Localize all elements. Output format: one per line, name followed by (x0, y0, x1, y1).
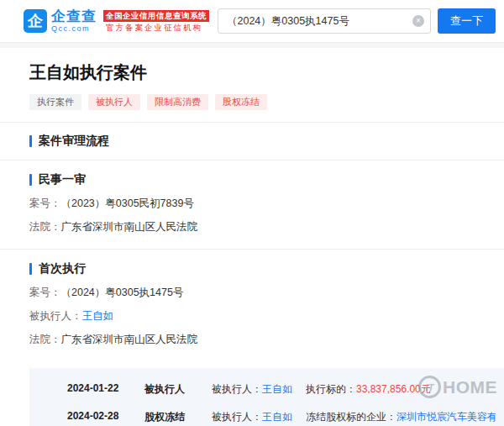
blue-bar-icon (29, 174, 32, 186)
detail-enforcement-target: 执行标的：33,837,856.00元 (306, 382, 496, 397)
detail-executed-person: 被执行人：王自如 (212, 382, 306, 397)
detail-label: 被执行人： (212, 383, 262, 395)
qcc-slogan: 全国企业信用信息查询系统 官方备案企业征信机构 (103, 10, 209, 33)
page-title: 王自如执行案件 (0, 48, 504, 84)
detail-frozen-equity-company: 冻结股权标的企业：深圳市悦宸汽车美容有限公司 (306, 410, 496, 424)
timeline-row-equity-freeze: 2024-02-28 股权冻结 被执行人：王自如 冻结股权标的企业：深圳市悦宸汽… (67, 410, 496, 426)
tag-list: 执行案件 被执行人 限制高消费 股权冻结 (0, 84, 504, 122)
search-input-wrap: × (218, 8, 431, 34)
blue-bar-icon (29, 263, 32, 275)
person-link[interactable]: 王自如 (262, 411, 292, 423)
tag-equity-freeze[interactable]: 股权冻结 (215, 94, 267, 110)
qcc-logo-name: 企查查 (51, 9, 97, 24)
qcc-logo-domain: Qcc.com (51, 25, 97, 33)
timeline-event-type: 被执行人 (144, 382, 212, 397)
timeline-date: 2024-02-28 (67, 410, 144, 422)
blue-bar-icon (29, 135, 32, 147)
timeline-detail-line: 被执行人：王自如 执行标的：33,837,856.00元 (212, 382, 496, 397)
search-button[interactable]: 查一下 (438, 8, 496, 34)
timeline-date: 2024-01-22 (67, 382, 144, 394)
case-card-first-enforcement: 首次执行 案号：（2024）粤0305执1475号 被执行人：王自如 法院：广东… (0, 250, 504, 361)
detail-label: 冻结股权标的企业： (306, 411, 396, 423)
case-card-civil-first-trial: 民事一审 案号：（2023）粤0305民初7839号 法院：广东省深圳市南山区人… (0, 160, 504, 249)
field-label: 案号： (29, 197, 61, 209)
section-title-text: 案件审理流程 (39, 134, 109, 149)
amount-value: 33,837,856.00元 (356, 383, 431, 395)
timeline-panel: 2024-01-22 被执行人 被执行人：王自如 执行标的：33,837,856… (29, 368, 504, 426)
field-label: 案号： (29, 287, 61, 298)
field-case-number: 案号：（2023）粤0305民初7839号 (29, 197, 504, 211)
detail-label: 执行标的： (306, 383, 356, 395)
field-value: （2023）粤0305民初7839号 (61, 197, 194, 209)
field-label: 法院： (29, 221, 61, 233)
tag-person-subject-to-enforcement[interactable]: 被执行人 (88, 94, 140, 110)
qcc-logo-text: 企查查 Qcc.com (51, 9, 97, 33)
search-input[interactable] (218, 8, 431, 34)
timeline-detail-line: 被执行人：王自如 冻结股权标的企业：深圳市悦宸汽车美容有限公司 (212, 410, 496, 424)
tag-high-consumption-restriction[interactable]: 限制高消费 (147, 94, 208, 110)
detail-label: 被执行人： (212, 411, 262, 423)
timeline-event-type: 股权冻结 (144, 410, 212, 424)
case-title: 首次执行 (29, 261, 504, 276)
case-title: 民事一审 (29, 172, 504, 187)
person-link[interactable]: 王自如 (262, 383, 292, 395)
clear-icon[interactable]: × (412, 15, 424, 27)
timeline-details: 被执行人：王自如 执行标的：33,837,856.00元 (212, 382, 496, 397)
case-title-text: 民事一审 (39, 172, 86, 187)
header-divider-strip (0, 42, 504, 48)
person-link[interactable]: 王自如 (82, 310, 114, 322)
detail-executed-person: 被执行人：王自如 (212, 410, 306, 424)
search-bar: × 查一下 (218, 8, 496, 34)
qcc-logo-icon: 企 (24, 9, 47, 33)
field-case-number: 案号：（2024）粤0305执1475号 (29, 286, 504, 300)
field-executed-person: 被执行人：王自如 (29, 309, 504, 323)
timeline-details: 被执行人：王自如 冻结股权标的企业：深圳市悦宸汽车美容有限公司 冻结股权数额：1… (212, 410, 496, 426)
company-link[interactable]: 深圳市悦宸汽车美容有限公司 (396, 411, 496, 423)
section-title-case-process: 案件审理流程 (0, 123, 504, 160)
field-label: 法院： (29, 334, 61, 345)
case-title-text: 首次执行 (39, 261, 86, 276)
field-value: 广东省深圳市南山区人民法院 (61, 334, 198, 345)
slogan-line2: 官方备案企业征信机构 (103, 23, 209, 33)
tag-enforcement-case[interactable]: 执行案件 (29, 94, 81, 110)
field-court: 法院：广东省深圳市南山区人民法院 (29, 220, 504, 234)
timeline-row-executed-person: 2024-01-22 被执行人 被执行人：王自如 执行标的：33,837,856… (67, 382, 496, 397)
field-value: （2024）粤0305执1475号 (61, 287, 184, 298)
field-value: 广东省深圳市南山区人民法院 (61, 221, 198, 233)
field-court: 法院：广东省深圳市南山区人民法院 (29, 333, 504, 347)
qcc-logo[interactable]: 企 企查查 Qcc.com (24, 9, 97, 33)
slogan-line1: 全国企业信用信息查询系统 (103, 10, 209, 22)
field-label: 被执行人： (29, 310, 82, 322)
header: 企 企查查 Qcc.com 全国企业信用信息查询系统 官方备案企业征信机构 × … (0, 0, 504, 42)
